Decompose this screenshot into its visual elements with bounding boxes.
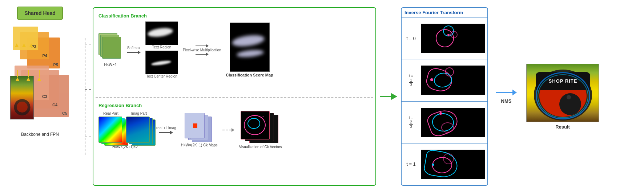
ck-layer-1: → ···	[241, 111, 270, 139]
middle-section: Classification Branch H×W×4 Softmax	[93, 7, 376, 186]
result-img: SHOP RITE	[526, 64, 599, 122]
classification-branch-title: Classification Branch	[98, 13, 370, 19]
blue-feat-dots: ···	[186, 136, 192, 140]
imag-part-label: Imag Part	[131, 111, 147, 115]
ck-maps-stack: → ···	[241, 111, 281, 144]
ift-row-2: t = 2 3	[402, 102, 487, 143]
pixel-wise-label: Pixel-wise Multiplication	[183, 48, 221, 52]
heatmap-section: Real Part Imag Part	[98, 111, 152, 149]
green-arrow-to-ift	[380, 93, 397, 100]
nms-label: NMS	[501, 98, 512, 104]
score-map-label: Classification Score Map	[226, 73, 273, 77]
ck-viz-label: Visualization of Ck Vectors	[239, 145, 282, 149]
ift-img-1	[421, 66, 485, 95]
ift-time-0: t = 0	[404, 36, 418, 41]
feat-layer-3	[102, 37, 121, 59]
ift-row-0: t = 0	[402, 17, 487, 59]
blue-feat-layer-1	[185, 113, 205, 138]
nms-arrow	[496, 90, 517, 95]
ift-time-2: t = 2 3	[404, 115, 418, 129]
text-center-region-label: Text Center Region	[146, 74, 177, 78]
p5-label: P5	[53, 63, 58, 67]
softmax-label: Softmax	[127, 46, 141, 50]
text-region-img	[145, 21, 178, 45]
result-section: SHOP RITE Result	[524, 64, 601, 130]
text-region-label: Text Region	[152, 45, 172, 49]
ck-maps-label: H×W×(2K+1) Ck Maps	[181, 143, 218, 147]
real-i-imag-section: real + i imag	[156, 126, 176, 134]
imag-heatmap-layer-1	[126, 117, 150, 143]
nms-section: NMS	[492, 90, 521, 104]
real-heatmap-stack: ···	[98, 117, 124, 144]
ift-rows: t = 0 t = 1 3	[402, 17, 487, 185]
ift-title: Inverse Fourier Transform	[402, 8, 487, 17]
p4-label: P4	[43, 54, 47, 58]
ift-img-2	[421, 108, 485, 137]
text-region-stack: Text Region Text Center Region	[145, 21, 178, 78]
c5-label: C5	[62, 111, 67, 115]
text-center-region-img	[145, 51, 178, 74]
result-label: Result	[555, 124, 570, 130]
blue-feat-stack: ···	[185, 113, 214, 142]
c3-label: C3	[42, 94, 47, 99]
ck-viz-section: → ··· Visualization of Ck Vectors	[239, 111, 282, 149]
backbone-label: Backbone and FPN	[21, 132, 59, 137]
score-map-img	[230, 23, 270, 72]
ift-img-0	[421, 24, 485, 53]
ift-row-1: t = 1 3	[402, 59, 487, 101]
score-map-section: Classification Score Map	[226, 23, 273, 77]
ift-row-3: t = 1	[402, 143, 487, 185]
classification-input-stack	[98, 33, 122, 60]
ift-section: Inverse Fourier Transform t = 0 t = 1	[401, 7, 488, 186]
ift-time-3: t = 1	[404, 161, 418, 167]
real-i-imag-label: real + i imag	[156, 126, 176, 130]
backbone-section: Shared Head P5 P4 P3	[2, 4, 78, 189]
regression-branch: Regression Branch Real Part Imag Part	[96, 98, 373, 183]
pixel-wise-section: Pixel-wise Multiplication	[183, 44, 221, 56]
heatmap-stacks: ···	[98, 117, 152, 144]
softmax-arrow: Softmax	[127, 46, 141, 54]
ck-dashed-arrow	[222, 128, 234, 132]
imag-heatmap-stack	[126, 117, 152, 144]
regression-branch-title: Regression Branch	[98, 103, 370, 108]
shared-head-box: Shared Head	[17, 7, 63, 20]
ift-img-3	[421, 150, 485, 179]
classification-input-label: H×W×4	[104, 63, 117, 67]
main-container: Shared Head P5 P4 P3	[0, 0, 644, 193]
ift-time-1: t = 1 3	[404, 74, 418, 87]
c4-label: C4	[52, 103, 57, 107]
classification-branch-content: H×W×4 Softmax	[98, 21, 370, 78]
heatmap-dots: ···	[100, 138, 106, 142]
blue-feat-section: ··· H×W×(2K+1) Ck Maps	[181, 113, 218, 147]
classification-branch: Classification Branch H×W×4 Softmax	[96, 10, 373, 98]
real-part-label: Real Part	[103, 111, 118, 115]
regression-branch-content: Real Part Imag Part	[98, 111, 370, 149]
red-square	[193, 123, 197, 128]
